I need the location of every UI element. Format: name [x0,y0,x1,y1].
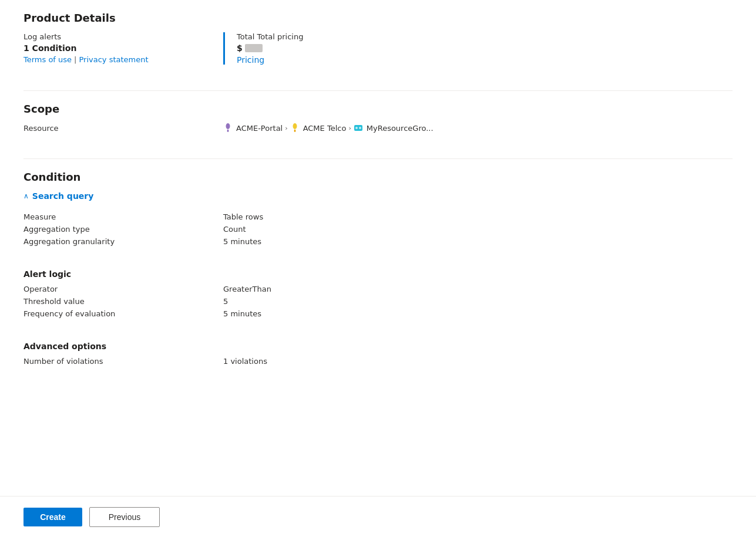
aggregation-type-key: Aggregation type [23,225,223,234]
previous-button[interactable]: Previous [89,507,160,527]
aggregation-granularity-row: Aggregation granularity 5 minutes [23,237,733,246]
price-symbol: $ [237,43,243,53]
aggregation-granularity-key: Aggregation granularity [23,237,223,246]
divider-1 [23,90,733,91]
resource-item-telco: ACME Telco [290,123,347,133]
privacy-statement-link[interactable]: Privacy statement [79,55,148,64]
log-alerts-label: Log alerts [23,32,223,41]
svg-point-0 [226,123,230,129]
resource-item-rg: MyResourceGro... [354,123,434,133]
footer-bar: Create Previous [0,496,756,537]
product-details-section: Product Details Log alerts 1 Condition T… [23,12,733,65]
price-blurred [245,44,263,52]
alert-logic-details: Operator GreaterThan Threshold value 5 F… [23,285,733,318]
resource-item-portal: ACME-Portal [223,123,283,133]
scope-section: Scope Resource ACME-Portal › [23,103,733,133]
chevron-1: › [285,124,287,132]
aggregation-type-value: Count [223,225,246,234]
telco-label: ACME Telco [303,124,347,133]
operator-row: Operator GreaterThan [23,285,733,293]
search-query-toggle[interactable]: ∧ Search query [23,191,733,201]
product-details-left: Log alerts 1 Condition Terms of use | Pr… [23,32,223,65]
frequency-row: Frequency of evaluation 5 minutes [23,309,733,318]
condition-count: 1 Condition [23,43,223,53]
portal-label: ACME-Portal [236,124,283,133]
advanced-options-title: Advanced options [23,342,733,351]
svg-point-3 [355,127,358,129]
threshold-value: 5 [223,297,228,306]
frequency-value: 5 minutes [223,309,261,318]
operator-key: Operator [23,285,223,293]
resource-group-label: MyResourceGro... [367,124,434,133]
number-violations-value: 1 violations [223,357,267,366]
chevron-down-icon: ∧ [23,192,29,200]
product-details-right: Total Total pricing $ Pricing [223,32,733,65]
condition-section: Condition ∧ Search query Measure Table r… [23,171,733,255]
scope-title: Scope [23,103,733,115]
price-value: $ [237,43,733,53]
alert-logic-section: Alert logic Operator GreaterThan Thresho… [23,269,733,327]
create-button[interactable]: Create [23,508,82,526]
pricing-link[interactable]: Pricing [237,55,264,65]
threshold-row: Threshold value 5 [23,297,733,306]
telco-icon [290,123,300,133]
portal-icon [223,123,233,133]
measure-value: Table rows [223,212,263,221]
resource-label: Resource [23,124,223,133]
measure-row: Measure Table rows [23,212,733,221]
divider-2 [23,158,733,159]
alert-logic-title: Alert logic [23,269,733,279]
search-query-label: Search query [32,191,94,201]
frequency-key: Frequency of evaluation [23,309,223,318]
separator: | [74,55,76,64]
number-violations-key: Number of violations [23,357,223,366]
total-pricing-label: Total Total pricing [237,32,733,41]
resource-row: Resource ACME-Portal › [23,123,733,133]
aggregation-granularity-value: 5 minutes [223,237,261,246]
condition-details: Measure Table rows Aggregation type Coun… [23,212,733,246]
resource-breadcrumb: ACME-Portal › ACME Telco › [223,123,434,133]
svg-point-1 [293,123,297,129]
resource-group-icon [354,123,363,133]
condition-title: Condition [23,171,733,183]
terms-of-use-link[interactable]: Terms of use [23,55,72,64]
svg-point-4 [359,127,361,129]
measure-key: Measure [23,212,223,221]
terms-privacy-row: Terms of use | Privacy statement [23,55,223,64]
operator-value: GreaterThan [223,285,271,293]
product-details-title: Product Details [23,12,733,24]
chevron-2: › [348,124,351,132]
threshold-key: Threshold value [23,297,223,306]
advanced-options-section: Advanced options Number of violations 1 … [23,327,733,366]
aggregation-type-row: Aggregation type Count [23,225,733,234]
number-violations-row: Number of violations 1 violations [23,357,733,366]
